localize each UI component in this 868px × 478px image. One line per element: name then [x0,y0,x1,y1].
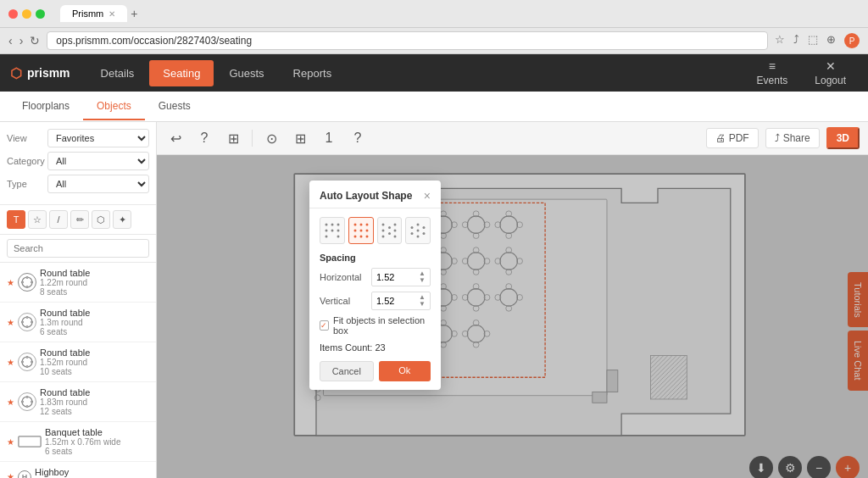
back-button[interactable]: ‹ [8,34,13,47]
svg-point-157 [331,230,333,232]
cancel-button[interactable]: Cancel [320,361,374,381]
svg-point-183 [423,226,426,229]
line-tool[interactable]: / [49,210,68,229]
sidebar: View Favorites Category All Type All [0,122,157,478]
search-input[interactable] [7,239,149,258]
settings-tool[interactable]: ⊙ [261,128,281,148]
svg-point-178 [411,226,414,229]
item-text: Highboy 0.76m round [35,467,149,478]
item-icon-banquet [18,436,42,447]
vertical-label: Vertical [320,296,366,306]
undo-tool[interactable]: ↩ [165,128,186,148]
list-item[interactable]: ★ Round table 1.52m round 10 seats [0,342,156,382]
help-tool[interactable]: ? [194,128,214,148]
forward-button[interactable]: › [19,34,24,47]
app: ⬡ prismm Details Seating Guests Reports … [0,54,868,478]
nav-seating[interactable]: Seating [149,60,214,86]
browser-tab-prismm[interactable]: Prismm ✕ [60,5,127,22]
list-item[interactable]: ★ Round table 1.3m round 6 seats [0,303,156,342]
layout-option-grid-scatter[interactable] [320,217,345,244]
list-item[interactable]: ★ Banquet table 1.52m x 0.76m wide 6 sea… [0,422,156,462]
item-sub: 6 seats [40,327,149,336]
layout-options [320,217,431,244]
down-arrow[interactable]: ▼ [419,277,426,284]
category-filter-select[interactable]: All [47,152,149,170]
nav-details[interactable]: Details [87,60,148,86]
svg-rect-20 [19,436,41,447]
brand-name: prismm [27,66,70,80]
tab-objects[interactable]: Objects [83,93,145,120]
svg-point-180 [417,224,420,226]
layout-option-grid-alt[interactable] [377,217,403,244]
ok-button[interactable]: Ok [379,361,431,381]
cart-icon[interactable]: ⊕ [826,33,836,48]
reload-button[interactable]: ↻ [30,34,40,47]
tab-guests[interactable]: Guests [145,93,204,120]
svg-point-155 [325,236,327,238]
item-text: Banquet table 1.52m x 0.76m wide 6 seats [45,427,149,456]
tab-title: Prismm [72,8,103,19]
star-icon: ★ [7,318,14,327]
list-item[interactable]: ★ Round table 1.22m round 8 seats [0,263,156,303]
sub-nav: Floorplans Objects Guests [0,92,868,122]
shape-tool[interactable]: ⬡ [92,210,110,229]
minimize-traffic-light[interactable] [22,9,31,19]
table-tool[interactable]: ⊞ [290,128,310,148]
extra-tool[interactable]: ✦ [113,210,131,229]
tab-floorplans[interactable]: Floorplans [8,93,83,120]
svg-point-176 [394,230,397,232]
tab-close-icon[interactable]: ✕ [108,9,115,19]
canvas-map[interactable]: ⬇ ⚙ − + Tutorials Live Chat Auto Layout … [157,155,868,478]
layout-option-grid-offset[interactable] [405,217,431,244]
new-tab-button[interactable]: + [131,7,137,20]
text-tool[interactable]: T [7,210,25,229]
items-count: Items Count: 23 [320,342,431,353]
traffic-lights [8,9,45,19]
item-icon-round [18,353,36,371]
svg-point-154 [325,230,327,232]
extension-icon[interactable]: ⬚ [808,33,818,48]
star-tool[interactable]: ☆ [28,210,47,229]
nav-guests[interactable]: Guests [215,60,277,86]
grid-tool[interactable]: ⊞ [223,128,243,148]
fit-checkbox-label: Fit objects in selection box [333,315,431,336]
draw-tool[interactable]: ✏ [70,210,89,229]
item-sub: 12 seats [40,407,149,416]
logout-button[interactable]: ✕ Logout [803,54,858,92]
nav-links: Details Seating Guests Reports [87,60,745,86]
info-tool[interactable]: ? [348,128,368,148]
items-list: ★ Round table 1.22m round 8 seats ★ [0,263,156,478]
share-button[interactable]: ⤴ Share [765,128,820,148]
checkbox-row: ✓ Fit objects in selection box [320,315,431,336]
svg-point-177 [394,236,397,238]
layout-option-grid-regular[interactable] [348,217,374,244]
three-d-button[interactable]: 3D [826,127,860,149]
horizontal-input[interactable]: 1.52 ▲ ▼ [371,268,431,286]
close-traffic-light[interactable] [8,9,18,19]
print-button[interactable]: 🖨 PDF [706,128,759,148]
horizontal-arrows: ▲ ▼ [419,270,426,284]
canvas-area: ↩ ? ⊞ ⊙ ⊞ 1 ? 🖨 PDF ⤴ Share 3D [157,122,868,478]
type-filter-select[interactable]: All [47,175,149,193]
number-tool[interactable]: 1 [319,128,339,148]
list-item[interactable]: ★ H Highboy 0.76m round [0,462,156,478]
bookmark-icon[interactable]: ☆ [775,33,785,48]
down-arrow-v[interactable]: ▼ [419,301,426,308]
view-filter-select[interactable]: Favorites [47,129,149,147]
sidebar-toolbar: T ☆ / ✏ ⬡ ✦ [0,205,156,235]
item-desc: 1.83m round [40,397,149,407]
share-browser-icon[interactable]: ⤴ [793,33,799,48]
nav-reports[interactable]: Reports [280,60,346,86]
maximize-traffic-light[interactable] [36,9,45,19]
url-bar[interactable] [47,31,768,50]
vertical-input[interactable]: 1.52 ▲ ▼ [371,292,431,310]
list-item[interactable]: ★ Round table 1.83m round 12 seats [0,382,156,422]
modal-close-button[interactable]: × [424,189,431,203]
fit-checkbox[interactable]: ✓ [320,320,329,331]
profile-icon[interactable]: P [844,33,860,48]
modal-actions: Cancel Ok [320,361,431,381]
svg-point-158 [337,224,339,226]
events-button[interactable]: ≡ Events [745,54,800,92]
svg-point-167 [365,224,368,226]
nav-right-buttons: ≡ Events ✕ Logout [745,54,858,92]
